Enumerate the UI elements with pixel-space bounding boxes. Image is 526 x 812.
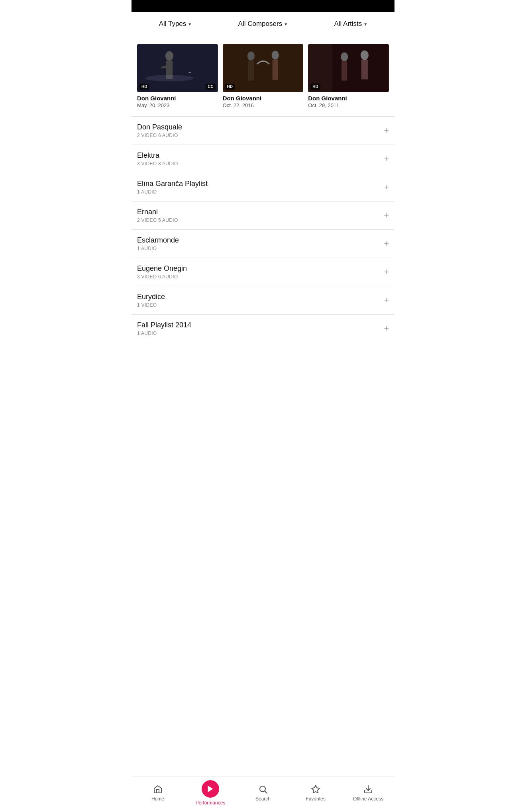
cc-badge-1: CC [206,84,215,90]
svg-point-13 [341,52,348,61]
expand-icon-0: + [384,125,389,136]
filter-artists-label: All Artists [334,20,362,28]
list-item-title-1: Elektra [137,151,178,160]
expand-icon-2: + [384,182,389,192]
badges-1: HD CC [139,84,216,90]
card-date-3: Oct. 29, 2011 [308,102,389,108]
hd-badge-2: HD [225,84,235,90]
list-item-5[interactable]: Eugene Onegin 3 VIDEO 6 AUDIO + [132,258,394,286]
list-item-info-7: Fall Playlist 2014 1 AUDIO [137,321,191,336]
svg-rect-4 [189,72,191,73]
card-title-3: Don Giovanni [308,95,389,102]
hd-badge-3: HD [310,84,320,90]
filter-type-label: All Types [159,20,186,28]
video-thumb-3: HD [308,44,389,92]
list-item-info-2: Elīna Garanča Playlist 1 AUDIO [137,180,208,195]
list-section: Don Pasquale 2 VIDEO 6 AUDIO + Elektra 3… [132,116,394,342]
list-item-title-4: Esclarmonde [137,236,179,245]
chevron-down-icon: ▾ [188,21,191,27]
list-item-info-1: Elektra 3 VIDEO 8 AUDIO [137,151,178,166]
list-item-title-6: Eurydice [137,293,165,301]
expand-icon-7: + [384,323,389,334]
chevron-down-icon: ▾ [364,21,367,27]
card-date-2: Oct. 22, 2016 [223,102,304,108]
list-item-meta-5: 3 VIDEO 6 AUDIO [137,274,187,280]
list-item-info-6: Eurydice 1 VIDEO [137,293,165,308]
list-item-title-3: Ernani [137,208,178,216]
list-item-meta-0: 2 VIDEO 6 AUDIO [137,133,182,138]
list-item-3[interactable]: Ernani 2 VIDEO 5 AUDIO + [132,201,394,229]
svg-rect-8 [248,61,253,81]
expand-icon-1: + [384,154,389,164]
expand-icon-4: + [384,239,389,249]
list-item-title-2: Elīna Garanča Playlist [137,180,208,188]
filter-artists-button[interactable]: All Artists ▾ [334,20,367,28]
filter-bar: All Types ▾ All Composers ▾ All Artists … [132,12,394,36]
video-card-1[interactable]: HD CC Don Giovanni May. 20, 2023 [137,44,218,108]
svg-rect-10 [272,60,278,80]
card-date-1: May. 20, 2023 [137,102,218,108]
list-item-1[interactable]: Elektra 3 VIDEO 8 AUDIO + [132,145,394,173]
filter-type-button[interactable]: All Types ▾ [159,20,192,28]
list-item-title-0: Don Pasquale [137,123,182,131]
list-item-meta-6: 1 VIDEO [137,302,165,308]
video-card-3[interactable]: HD Don Giovanni Oct. 29, 2011 [308,44,389,108]
hd-badge-1: HD [139,84,149,90]
list-item-7[interactable]: Fall Playlist 2014 1 AUDIO + [132,314,394,342]
badges-2: HD [225,84,301,90]
svg-point-15 [361,50,369,60]
list-item-info-3: Ernani 2 VIDEO 5 AUDIO [137,208,178,223]
video-thumb-1: HD CC [137,44,218,92]
svg-point-1 [165,51,173,61]
filter-composers-label: All Composers [238,20,283,28]
list-item-title-5: Eugene Onegin [137,264,187,273]
list-item-0[interactable]: Don Pasquale 2 VIDEO 6 AUDIO + [132,116,394,145]
list-item-meta-4: 1 AUDIO [137,246,179,251]
list-item-title-7: Fall Playlist 2014 [137,321,191,329]
svg-rect-16 [361,60,368,80]
list-item-4[interactable]: Esclarmonde 1 AUDIO + [132,229,394,258]
card-title-1: Don Giovanni [137,95,218,102]
list-item-meta-7: 1 AUDIO [137,331,191,336]
chevron-down-icon: ▾ [285,21,287,27]
expand-icon-6: + [384,295,389,305]
svg-point-9 [271,51,279,59]
filter-composers-button[interactable]: All Composers ▾ [238,20,288,28]
badges-3: HD [310,84,387,90]
svg-rect-14 [342,61,347,81]
svg-point-5 [145,75,194,81]
list-item-meta-3: 2 VIDEO 5 AUDIO [137,217,178,223]
video-thumb-2: HD [223,44,304,92]
svg-point-7 [247,51,254,60]
video-card-2[interactable]: HD Don Giovanni Oct. 22, 2016 [223,44,304,108]
list-item-info-0: Don Pasquale 2 VIDEO 6 AUDIO [137,123,182,138]
featured-video-cards: HD CC Don Giovanni May. 20, 2023 HD [132,36,394,112]
list-item-info-5: Eugene Onegin 3 VIDEO 6 AUDIO [137,264,187,280]
expand-icon-5: + [384,267,389,277]
list-item-2[interactable]: Elīna Garanča Playlist 1 AUDIO + [132,173,394,201]
list-item-info-4: Esclarmonde 1 AUDIO [137,236,179,251]
list-item-meta-1: 3 VIDEO 8 AUDIO [137,161,178,166]
expand-icon-3: + [384,210,389,221]
status-bar [132,0,394,12]
list-item-meta-2: 1 AUDIO [137,189,208,195]
card-title-2: Don Giovanni [223,95,304,102]
list-item-6[interactable]: Eurydice 1 VIDEO + [132,286,394,314]
